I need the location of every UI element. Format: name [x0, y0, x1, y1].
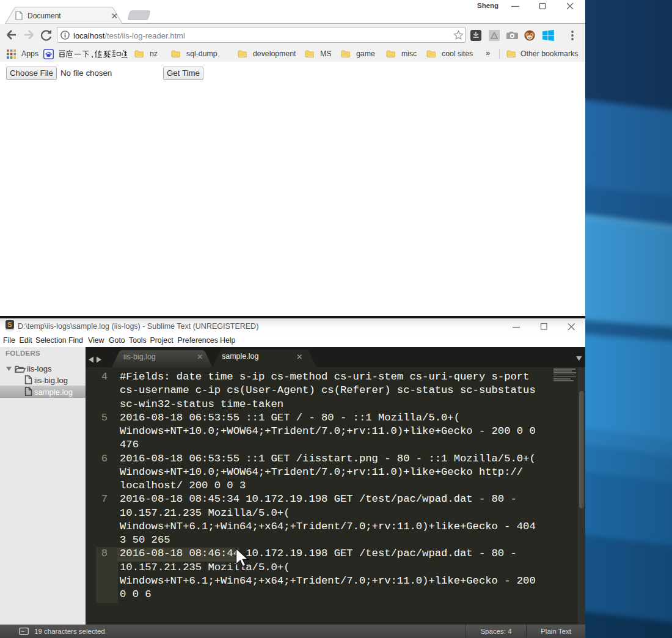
svg-text:S: S: [7, 321, 12, 328]
